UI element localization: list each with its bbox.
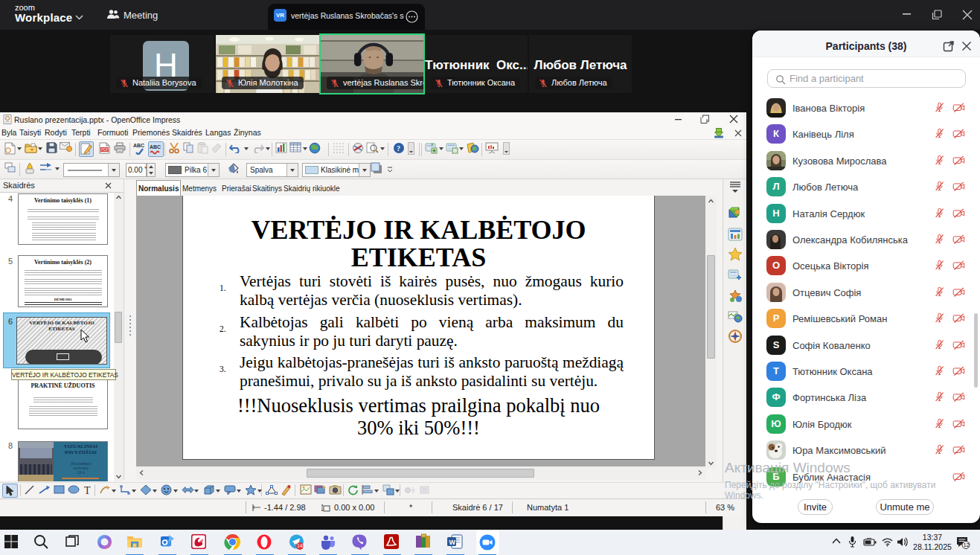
svg-text:?: ? xyxy=(397,144,400,153)
svg-text:W: W xyxy=(449,539,456,546)
svg-text:T: T xyxy=(84,485,91,495)
svg-text:PDF: PDF xyxy=(101,147,109,152)
svg-text:ABC: ABC xyxy=(150,144,161,150)
svg-text:12: 12 xyxy=(963,542,969,548)
svg-text:148: 148 xyxy=(297,543,305,548)
svg-text:ABC: ABC xyxy=(133,143,144,148)
